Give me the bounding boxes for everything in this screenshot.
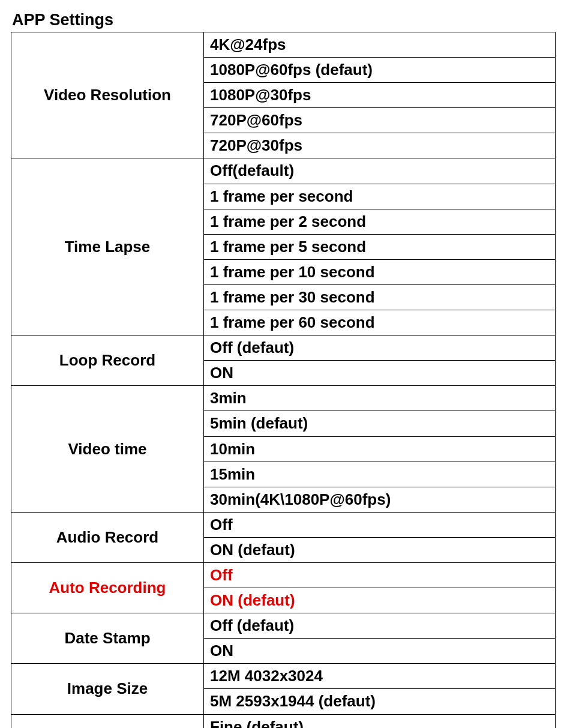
setting-label: Loop Record <box>11 335 204 386</box>
setting-option: 1 frame per 10 second <box>204 259 556 284</box>
settings-table: Video Resolution4K@24fps1080P@60fps (def… <box>11 32 556 728</box>
setting-option: 1080P@60fps (defaut) <box>204 58 556 83</box>
setting-label: Time Lapse <box>11 158 204 335</box>
setting-option: 5M 2593x1944 (defaut) <box>204 689 556 714</box>
setting-option: 1 frame per 2 second <box>204 209 556 234</box>
setting-label: Auto Recording <box>11 562 204 613</box>
setting-option: 1 frame per 60 second <box>204 310 556 335</box>
setting-option: Off <box>204 562 556 588</box>
setting-label: Image Size <box>11 664 204 714</box>
setting-option: Off (defaut) <box>204 613 556 639</box>
setting-option: 1 frame per 5 second <box>204 234 556 259</box>
table-row: Video time3min <box>11 386 556 411</box>
setting-option: 1 frame per 30 second <box>204 284 556 310</box>
setting-option: 3min <box>204 386 556 411</box>
setting-option: 10min <box>204 436 556 462</box>
table-row: Auto RecordingOff <box>11 562 556 588</box>
table-row: Time LapseOff(default) <box>11 158 556 184</box>
setting-option: 1 frame per second <box>204 184 556 209</box>
setting-option: 720P@30fps <box>204 133 556 158</box>
setting-label: Video time <box>11 386 204 512</box>
setting-label: Date Stamp <box>11 613 204 664</box>
table-row: Video Resolution4K@24fps <box>11 32 556 58</box>
setting-option: ON <box>204 639 556 664</box>
table-row: Date StampOff (defaut) <box>11 613 556 639</box>
setting-option: 1080P@30fps <box>204 83 556 108</box>
table-row: Image Size12M 4032x3024 <box>11 664 556 689</box>
table-row: Audio RecordOff <box>11 512 556 537</box>
setting-option: Fine (defaut) <box>204 714 556 728</box>
setting-option: 15min <box>204 462 556 487</box>
setting-option: 5min (defaut) <box>204 411 556 436</box>
table-row: QualityFine (defaut) <box>11 714 556 728</box>
setting-option: 4K@24fps <box>204 32 556 58</box>
setting-option: ON <box>204 361 556 386</box>
setting-label: Video Resolution <box>11 32 204 158</box>
setting-option: ON (defaut) <box>204 537 556 562</box>
setting-option: Off <box>204 512 556 537</box>
setting-option: Off (defaut) <box>204 335 556 361</box>
setting-label: Quality <box>11 714 204 728</box>
setting-option: Off(default) <box>204 158 556 184</box>
setting-label: Audio Record <box>11 512 204 562</box>
page-title: APP Settings <box>12 11 556 29</box>
setting-option: 30min(4K\1080P@60fps) <box>204 487 556 512</box>
setting-option: 720P@60fps <box>204 108 556 133</box>
table-row: Loop RecordOff (defaut) <box>11 335 556 361</box>
setting-option: ON (defaut) <box>204 588 556 613</box>
setting-option: 12M 4032x3024 <box>204 664 556 689</box>
